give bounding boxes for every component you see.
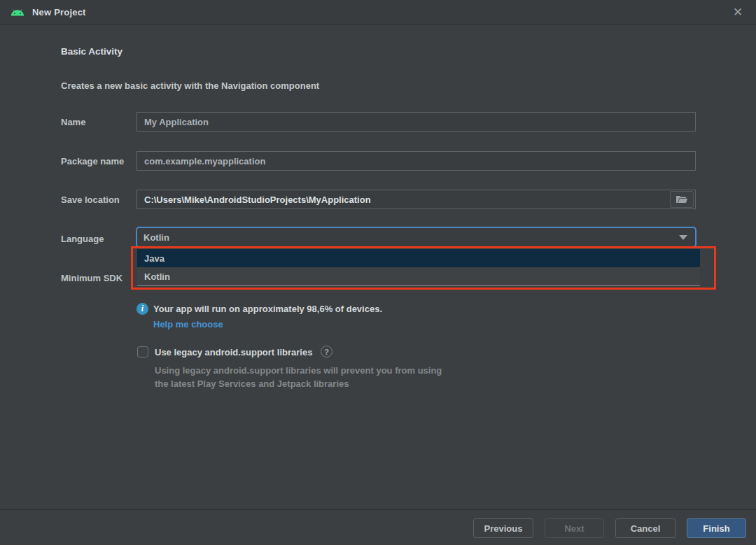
page-subtitle: Creates a new basic activity with the Na… (61, 80, 319, 91)
info-icon: i (136, 303, 148, 315)
window-title: New Project (32, 7, 86, 17)
minimum-sdk-label: Minimum SDK (61, 273, 122, 283)
language-label: Language (61, 234, 104, 244)
page-title: Basic Activity (61, 46, 122, 57)
language-dropdown-popup: Java Kotlin (137, 249, 700, 286)
save-location-label: Save location (61, 194, 120, 205)
titlebar: New Project ✕ (0, 0, 756, 25)
language-dropdown[interactable]: Kotlin (136, 227, 696, 248)
previous-button[interactable]: Previous (473, 518, 533, 538)
legacy-description-line2: the latest Play Services and Jetpack lib… (155, 378, 349, 389)
finish-button[interactable]: Finish (687, 518, 746, 538)
save-location-input[interactable] (136, 190, 696, 209)
legacy-description-line1: Using legacy android.support libraries w… (155, 365, 442, 376)
package-name-label: Package name (61, 156, 124, 167)
footer-separator (0, 509, 756, 510)
chevron-down-icon (679, 235, 687, 240)
next-button: Next (545, 518, 604, 538)
close-icon[interactable]: ✕ (731, 6, 745, 20)
browse-folder-button[interactable] (670, 191, 694, 208)
package-name-input[interactable] (136, 151, 696, 171)
folder-open-icon (676, 195, 688, 204)
name-label: Name (61, 117, 85, 127)
help-icon[interactable]: ? (321, 346, 332, 358)
android-icon (10, 8, 25, 17)
dropdown-option-java[interactable]: Java (137, 249, 700, 267)
legacy-checkbox-label: Use legacy android.support libraries (155, 347, 312, 358)
language-selected-value: Kotlin (144, 232, 169, 243)
dropdown-option-kotlin[interactable]: Kotlin (137, 267, 700, 285)
cancel-button[interactable]: Cancel (615, 518, 676, 538)
sdk-coverage-text: Your app will run on approximately 98,6%… (153, 304, 382, 314)
help-me-choose-link[interactable]: Help me choose (153, 319, 223, 330)
legacy-checkbox[interactable] (137, 346, 148, 358)
name-input[interactable] (136, 112, 696, 132)
new-project-dialog: New Project ✕ Basic Activity Creates a n… (0, 0, 756, 545)
